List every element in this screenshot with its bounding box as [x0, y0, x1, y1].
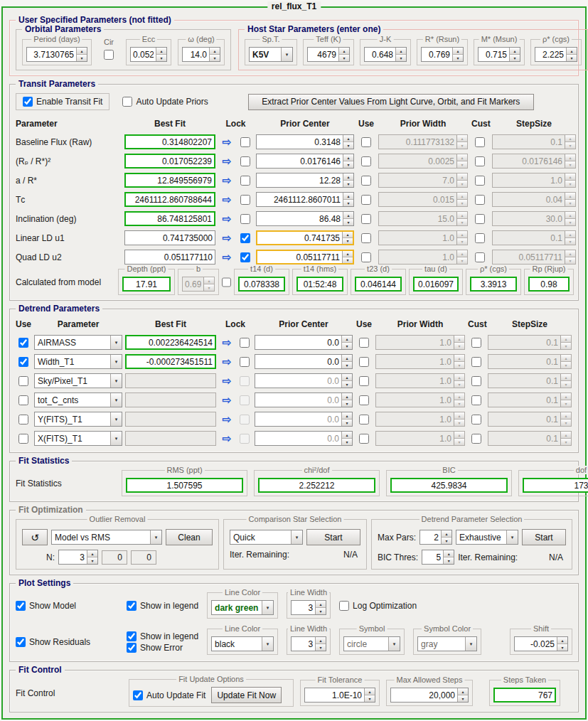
- custom-step-checkbox[interactable]: [475, 176, 485, 186]
- prior-center-input[interactable]: [255, 432, 341, 445]
- show-residuals[interactable]: Show Residuals: [16, 637, 100, 647]
- spin-down-icon[interactable]: [342, 438, 352, 445]
- spin-down-icon[interactable]: [342, 419, 352, 426]
- best-fit-input[interactable]: [126, 174, 214, 186]
- prior-center-input[interactable]: [257, 135, 343, 149]
- copy-best-fit-to-prior-icon[interactable]: [219, 375, 235, 386]
- spin-up-icon[interactable]: [316, 601, 326, 607]
- custom-step-checkbox[interactable]: [471, 357, 481, 367]
- prior-center-input[interactable]: [255, 374, 341, 388]
- n-input[interactable]: [59, 550, 87, 564]
- ecc-input[interactable]: [131, 48, 156, 61]
- use-prior-checkbox[interactable]: [361, 195, 371, 205]
- use-detrend-checkbox[interactable]: [18, 415, 28, 424]
- copy-best-fit-to-prior-icon[interactable]: [219, 414, 235, 424]
- lock-checkbox[interactable]: [240, 176, 250, 186]
- enable-transit-fit[interactable]: Enable Transit Fit: [23, 97, 102, 107]
- model-show-in-legend[interactable]: Show in legend: [127, 601, 198, 611]
- use-prior-checkbox[interactable]: [361, 176, 371, 186]
- spin-down-icon[interactable]: [453, 54, 463, 61]
- copy-best-fit-to-prior-icon[interactable]: [219, 156, 235, 166]
- comp-star-mode-select[interactable]: Quick: [230, 530, 303, 545]
- spin-up-icon[interactable]: [342, 355, 352, 361]
- model-line-width-input[interactable]: [292, 601, 315, 614]
- model-legend-checkbox[interactable]: [127, 601, 137, 611]
- prior-center-input[interactable]: [255, 393, 341, 407]
- spin-up-icon[interactable]: [442, 530, 451, 537]
- auto-update-fit-checkbox[interactable]: [133, 690, 143, 700]
- spin-up-icon[interactable]: [343, 193, 353, 199]
- copy-best-fit-to-prior-icon[interactable]: [219, 433, 235, 444]
- spin-up-icon[interactable]: [343, 135, 353, 141]
- symbol-color-select[interactable]: gray: [417, 636, 477, 651]
- spin-up-icon[interactable]: [557, 637, 567, 643]
- max-pars-input[interactable]: [420, 530, 441, 544]
- detrend-parameter-select[interactable]: X(FITS)_T1: [34, 431, 122, 446]
- spin-up-icon[interactable]: [156, 48, 166, 54]
- use-detrend-checkbox[interactable]: [18, 357, 28, 367]
- show-error-checkbox[interactable]: [127, 643, 137, 653]
- spin-up-icon[interactable]: [510, 48, 520, 54]
- copy-best-fit-to-prior-icon[interactable]: [219, 175, 235, 186]
- use-prior-checkbox[interactable]: [359, 415, 369, 424]
- spin-up-icon[interactable]: [458, 688, 468, 695]
- outlier-method-select[interactable]: Model vs RMS: [51, 530, 162, 545]
- max-steps-input[interactable]: [391, 688, 457, 702]
- spin-up-icon[interactable]: [342, 374, 352, 380]
- spin-up-icon[interactable]: [343, 154, 353, 161]
- spin-up-icon[interactable]: [77, 48, 87, 54]
- show-model[interactable]: Show Model: [16, 601, 100, 611]
- spin-down-icon[interactable]: [343, 141, 353, 149]
- spin-down-icon[interactable]: [77, 54, 87, 61]
- shift-input[interactable]: [515, 637, 557, 651]
- lock-checkbox[interactable]: [240, 338, 250, 348]
- spin-down-icon[interactable]: [316, 607, 326, 614]
- spectral-type-select[interactable]: K5V: [249, 47, 293, 62]
- copy-best-fit-to-prior-icon[interactable]: [219, 337, 235, 348]
- mstar-input[interactable]: [479, 48, 509, 61]
- use-prior-checkbox[interactable]: [361, 137, 371, 147]
- spin-up-icon[interactable]: [339, 48, 349, 54]
- spin-up-icon[interactable]: [87, 550, 97, 557]
- spin-down-icon[interactable]: [339, 54, 349, 61]
- jk-input[interactable]: [365, 48, 395, 61]
- clean-button[interactable]: Clean: [166, 529, 213, 545]
- spin-up-icon[interactable]: [567, 48, 577, 54]
- spin-down-icon[interactable]: [156, 54, 166, 61]
- residuals-line-width-input[interactable]: [292, 637, 315, 651]
- teff-input[interactable]: [308, 48, 338, 61]
- spin-down-icon[interactable]: [343, 199, 353, 206]
- comp-star-start-button[interactable]: Start: [306, 529, 360, 545]
- detrend-parameter-select[interactable]: Sky/Pixel_T1: [34, 373, 122, 388]
- lock-checkbox[interactable]: [240, 357, 250, 367]
- custom-step-checkbox[interactable]: [471, 434, 481, 444]
- spin-down-icon[interactable]: [510, 54, 520, 61]
- spin-up-icon[interactable]: [444, 550, 454, 557]
- spin-down-icon[interactable]: [442, 537, 451, 544]
- use-detrend-checkbox[interactable]: [18, 376, 28, 386]
- detrend-parameter-select[interactable]: AIRMASS: [34, 335, 122, 350]
- show-model-checkbox[interactable]: [16, 601, 26, 611]
- custom-step-checkbox[interactable]: [475, 233, 485, 243]
- prior-center-input[interactable]: [257, 154, 343, 168]
- best-fit-input[interactable]: [127, 356, 215, 368]
- use-detrend-checkbox[interactable]: [18, 395, 28, 405]
- spin-down-icon[interactable]: [342, 342, 352, 349]
- best-fit-input[interactable]: [126, 193, 214, 205]
- use-prior-checkbox[interactable]: [359, 376, 369, 386]
- spin-down-icon[interactable]: [567, 54, 577, 61]
- use-prior-checkbox[interactable]: [361, 252, 371, 262]
- spin-down-icon[interactable]: [342, 380, 352, 388]
- undo-button[interactable]: [22, 529, 48, 545]
- best-fit-input[interactable]: [126, 213, 214, 225]
- residuals-show-in-legend[interactable]: Show in legend: [127, 631, 198, 641]
- residuals-legend-checkbox[interactable]: [127, 631, 137, 641]
- show-error[interactable]: Show Error: [127, 643, 198, 653]
- spin-up-icon[interactable]: [396, 48, 406, 54]
- use-prior-checkbox[interactable]: [361, 156, 371, 166]
- spin-down-icon[interactable]: [342, 400, 352, 407]
- spin-up-icon[interactable]: [342, 412, 352, 419]
- rstar-input[interactable]: [422, 48, 452, 61]
- detrend-parameter-select[interactable]: Y(FITS)_T1: [34, 412, 122, 427]
- prior-center-input[interactable]: [257, 251, 342, 263]
